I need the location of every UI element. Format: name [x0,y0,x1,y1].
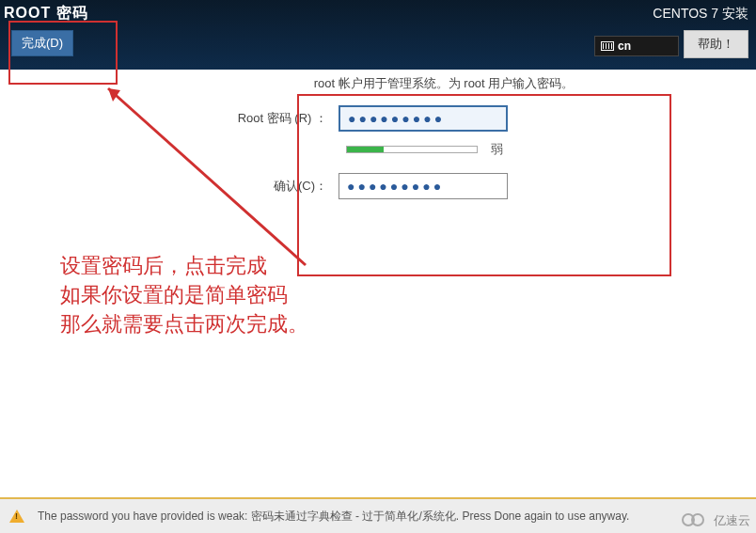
password-label: Root 密码 (R) ： [0,110,339,127]
annotation-line-1: 设置密码后，点击完成 [60,252,308,281]
keyboard-layout-indicator[interactable]: cn [594,36,679,56]
confirm-password-input[interactable] [339,173,508,199]
password-row: Root 密码 (R) ： [0,105,756,132]
strength-label: 弱 [491,141,503,158]
done-button[interactable]: 完成(D) [11,30,73,56]
annotation-line-2: 如果你设置的是简单密码 [60,281,308,310]
installer-header: ROOT 密码 完成(D) CENTOS 7 安装 cn 帮助！ [0,0,756,70]
confirm-row: 确认(C)： [0,173,756,199]
annotation-text: 设置密码后，点击完成 如果你设置的是简单密码 那么就需要点击两次完成。 [60,252,308,338]
strength-row: 弱 [346,141,756,158]
page-title: ROOT 密码 [4,4,88,24]
installer-subtitle: CENTOS 7 安装 [653,6,748,23]
help-button[interactable]: 帮助！ [684,30,748,58]
warning-bar: The password you have provided is weak: … [0,497,756,533]
watermark: 亿速云 [685,512,750,529]
strength-meter-fill [347,147,384,152]
main-content: root 帐户用于管理系统。为 root 用户输入密码。 Root 密码 (R)… [0,70,756,199]
annotation-line-3: 那么就需要点击两次完成。 [60,310,308,339]
strength-meter [346,146,478,153]
root-hint-text: root 帐户用于管理系统。为 root 用户输入密码。 [0,75,756,92]
watermark-text: 亿速云 [714,512,750,529]
warning-message: The password you have provided is weak: … [38,509,629,525]
keyboard-icon [601,41,614,51]
root-password-input[interactable] [339,105,508,132]
watermark-logo-icon [685,513,710,528]
confirm-label: 确认(C)： [0,178,339,195]
keyboard-layout-code: cn [618,39,631,53]
warning-icon [9,509,24,523]
